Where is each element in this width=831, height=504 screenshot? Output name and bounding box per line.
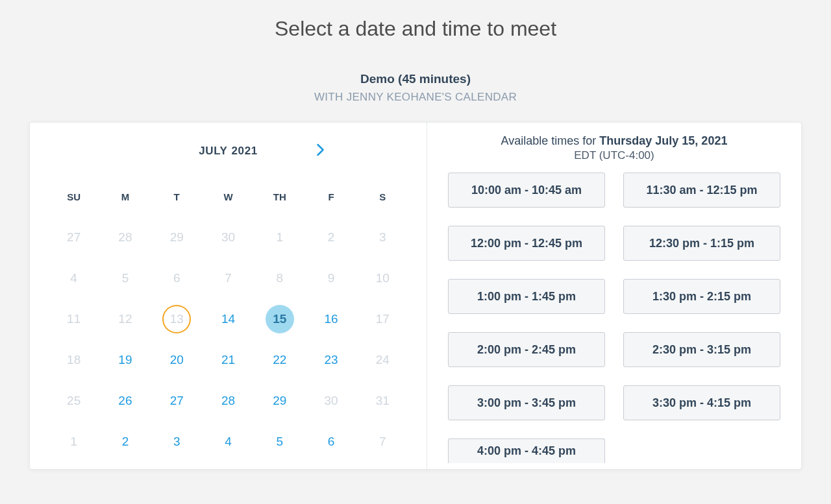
chevron-right-icon xyxy=(316,143,325,159)
page-title: Select a date and time to meet xyxy=(0,17,831,41)
time-slot[interactable]: 3:30 pm - 4:15 pm xyxy=(623,385,780,420)
calendar-day[interactable]: 15 xyxy=(254,298,305,339)
next-month-button[interactable] xyxy=(311,142,329,160)
day-number: 22 xyxy=(266,346,294,374)
time-slot[interactable]: 1:30 pm - 2:15 pm xyxy=(623,279,780,314)
day-number: 31 xyxy=(368,387,397,415)
weekday-header: TH xyxy=(254,178,305,217)
calendar-day: 8 xyxy=(254,258,305,298)
calendar-day: 9 xyxy=(305,258,356,298)
calendar-day: 30 xyxy=(305,380,356,421)
day-number: 7 xyxy=(214,264,242,293)
day-number: 5 xyxy=(266,427,294,456)
times-header: Available times for Thursday July 15, 20… xyxy=(448,134,780,148)
time-slot[interactable]: 1:00 pm - 1:45 pm xyxy=(448,279,605,314)
meeting-type: Demo (45 minutes) xyxy=(0,72,831,86)
day-number: 8 xyxy=(266,264,294,293)
calendar-day[interactable]: 27 xyxy=(151,380,203,421)
calendar-day[interactable]: 16 xyxy=(305,298,356,339)
day-number: 2 xyxy=(317,223,345,252)
calendar-day: 29 xyxy=(151,217,203,258)
day-number: 28 xyxy=(111,223,140,252)
calendar-day[interactable]: 21 xyxy=(203,339,254,380)
time-slot[interactable]: 3:00 pm - 3:45 pm xyxy=(448,385,605,420)
calendar-day: 7 xyxy=(203,258,254,298)
day-number: 12 xyxy=(111,305,140,333)
day-number: 29 xyxy=(162,223,191,252)
day-number: 7 xyxy=(368,427,397,456)
day-number: 15 xyxy=(266,305,294,333)
day-number: 16 xyxy=(317,305,345,333)
day-number: 1 xyxy=(60,427,88,456)
day-number: 10 xyxy=(368,264,397,293)
calendar-day[interactable]: 2 xyxy=(99,421,151,462)
calendar-day: 17 xyxy=(357,298,408,339)
year-label: 2021 xyxy=(232,145,258,157)
weekday-header: SU xyxy=(48,178,99,217)
calendar-day[interactable]: 28 xyxy=(203,380,254,421)
calendar-day[interactable]: 3 xyxy=(151,421,203,462)
day-number: 13 xyxy=(162,305,191,333)
calendar-day: 10 xyxy=(357,258,408,298)
month-year-label: JULY2021 xyxy=(199,145,258,158)
times-header-date: Thursday July 15, 2021 xyxy=(599,134,727,147)
time-slot[interactable]: 2:00 pm - 2:45 pm xyxy=(448,332,605,367)
calendar-day: 25 xyxy=(48,380,99,421)
calendar-day: 13 xyxy=(151,298,203,339)
weekday-header: T xyxy=(151,178,203,217)
day-number: 11 xyxy=(60,305,88,333)
weekday-header: W xyxy=(203,178,254,217)
weekday-header: S xyxy=(357,178,408,217)
month-label: JULY xyxy=(199,145,227,157)
day-number: 6 xyxy=(317,427,345,456)
calendar-day: 12 xyxy=(99,298,151,339)
calendar-day[interactable]: 20 xyxy=(151,339,203,380)
time-slot[interactable]: 10:00 am - 10:45 am xyxy=(448,173,605,208)
time-slot[interactable]: 4:00 pm - 4:45 pm xyxy=(448,438,605,463)
day-number: 21 xyxy=(214,346,242,374)
calendar-day[interactable]: 19 xyxy=(99,339,151,380)
weekday-header: M xyxy=(99,178,151,217)
day-number: 18 xyxy=(60,346,88,374)
day-number: 26 xyxy=(111,387,140,415)
calendar-day[interactable]: 29 xyxy=(254,380,305,421)
calendar-day: 11 xyxy=(48,298,99,339)
times-header-prefix: Available times for xyxy=(501,134,600,147)
timezone-label: EDT (UTC-4:00) xyxy=(448,149,780,162)
calendar-day: 31 xyxy=(357,380,408,421)
calendar-day: 18 xyxy=(48,339,99,380)
calendar-day: 27 xyxy=(48,217,99,258)
time-slot[interactable]: 2:30 pm - 3:15 pm xyxy=(623,332,780,367)
calendar-day: 7 xyxy=(357,421,408,462)
day-number: 17 xyxy=(368,305,397,333)
day-number: 30 xyxy=(214,223,242,252)
calendar-day[interactable]: 4 xyxy=(203,421,254,462)
day-number: 23 xyxy=(317,346,345,374)
day-number: 29 xyxy=(266,387,294,415)
scheduler-panel: JULY2021 SUMTWTHFS 272829301234567891011… xyxy=(29,122,802,470)
calendar-day[interactable]: 22 xyxy=(254,339,305,380)
time-slot[interactable]: 11:30 am - 12:15 pm xyxy=(623,173,780,208)
available-times: Available times for Thursday July 15, 20… xyxy=(427,123,801,469)
day-number: 24 xyxy=(368,346,397,374)
calendar: JULY2021 SUMTWTHFS 272829301234567891011… xyxy=(30,123,427,469)
calendar-day: 1 xyxy=(48,421,99,462)
day-number: 9 xyxy=(317,264,345,293)
calendar-day: 2 xyxy=(305,217,356,258)
day-number: 25 xyxy=(60,387,88,415)
day-number: 4 xyxy=(60,264,88,293)
day-number: 4 xyxy=(214,427,242,456)
calendar-day: 4 xyxy=(48,258,99,298)
day-number: 30 xyxy=(317,387,345,415)
calendar-day[interactable]: 23 xyxy=(305,339,356,380)
weekday-header: F xyxy=(305,178,356,217)
day-number: 2 xyxy=(111,427,140,456)
calendar-day[interactable]: 26 xyxy=(99,380,151,421)
calendar-day[interactable]: 5 xyxy=(254,421,305,462)
calendar-day: 24 xyxy=(357,339,408,380)
time-slot[interactable]: 12:30 pm - 1:15 pm xyxy=(623,226,780,261)
day-number: 5 xyxy=(111,264,140,293)
calendar-day[interactable]: 14 xyxy=(203,298,254,339)
time-slot[interactable]: 12:00 pm - 12:45 pm xyxy=(448,226,605,261)
calendar-day[interactable]: 6 xyxy=(305,421,356,462)
